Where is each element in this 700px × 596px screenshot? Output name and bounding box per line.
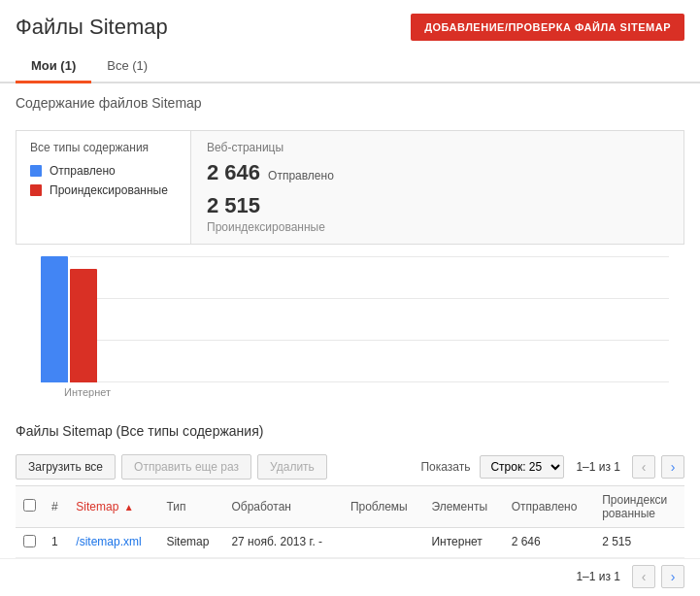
row-num: 1 — [44, 528, 68, 558]
col-sent: Отправлено — [504, 486, 595, 528]
content-section-title: Содержание файлов Sitemap — [16, 95, 684, 111]
next-page-button[interactable]: › — [661, 455, 684, 479]
col-num: # — [44, 486, 68, 528]
sitemap-link[interactable]: /sitemap.xml — [76, 535, 141, 548]
sitemap-files-section: Файлы Sitemap (Все типы содержания) — [0, 412, 700, 454]
resend-button[interactable]: Отправить еще раз — [121, 454, 251, 480]
row-processed: 27 нояб. 2013 г. - — [223, 528, 342, 558]
show-label: Показать — [420, 460, 470, 474]
col-type: Тип — [158, 486, 223, 528]
stat-sent-number: 2 646 — [207, 160, 260, 185]
col-indexed: Проиндексированные — [594, 486, 684, 528]
content-section: Содержание файлов Sitemap — [0, 83, 700, 130]
bar-sent — [41, 256, 68, 382]
x-axis-label: Интернет — [16, 386, 684, 398]
legend-sent: Отправлено — [30, 164, 177, 178]
sitemap-table: # Sitemap ▲ Тип Обработан Проблемы Элеме… — [16, 485, 684, 558]
row-issues — [343, 528, 424, 558]
col-checkbox — [16, 486, 44, 528]
content-left: Все типы содержания Отправлено Проиндекс… — [17, 131, 191, 244]
row-elements: Интернет — [423, 528, 503, 558]
select-all-checkbox[interactable] — [23, 499, 36, 512]
legend-indexed-label: Проиндексированные — [50, 183, 168, 197]
row-sent: 2 646 — [504, 528, 595, 558]
table-head: # Sitemap ▲ Тип Обработан Проблемы Элеме… — [16, 486, 684, 528]
content-stats-area: Все типы содержания Отправлено Проиндекс… — [16, 130, 684, 245]
pagination-info: 1–1 из 1 — [576, 460, 620, 474]
row-sitemap: /sitemap.xml — [68, 528, 158, 558]
row-checkbox[interactable] — [23, 535, 36, 547]
sort-arrow: ▲ — [124, 502, 134, 513]
legend-sent-label: Отправлено — [50, 164, 116, 178]
legend-sent-dot — [30, 165, 42, 177]
legend-indexed: Проиндексированные — [30, 183, 177, 197]
row-type: Sitemap — [158, 528, 223, 558]
stat-sent-label: Отправлено — [268, 169, 334, 182]
col-processed: Обработан — [223, 486, 342, 528]
bottom-pagination-info: 1–1 из 1 — [576, 570, 620, 583]
content-right-category: Веб-страницы — [207, 141, 668, 154]
page-header: Файлы Sitemap ДОБАВЛЕНИЕ/ПРОВЕРКА ФАЙЛА … — [0, 0, 700, 50]
col-elements: Элементы — [423, 486, 503, 528]
toolbar: Загрузить все Отправить еще раз Удалить … — [0, 454, 700, 485]
stat-indexed-label: Проиндексированные — [207, 220, 668, 234]
bottom-pagination: 1–1 из 1 ‹ › — [0, 558, 700, 594]
stat-sent-row: 2 646 Отправлено — [207, 160, 668, 185]
tabs-bar: Мои (1) Все (1) — [0, 50, 700, 83]
page-title: Файлы Sitemap — [16, 15, 168, 40]
table-wrapper: # Sitemap ▲ Тип Обработан Проблемы Элеме… — [0, 485, 700, 558]
bottom-next-button[interactable]: › — [661, 565, 684, 588]
sitemap-files-title: Файлы Sitemap (Все типы содержания) — [16, 423, 684, 439]
row-indexed: 2 515 — [594, 528, 684, 558]
chart-area: 2 800 2 100 1 400 700 Интернет — [16, 256, 684, 412]
col-sitemap[interactable]: Sitemap ▲ — [68, 486, 158, 528]
content-left-title: Все типы содержания — [30, 141, 177, 154]
bar-indexed — [70, 269, 97, 382]
add-sitemap-button[interactable]: ДОБАВЛЕНИЕ/ПРОВЕРКА ФАЙЛА SITEMAP — [411, 14, 684, 41]
table-body: 1 /sitemap.xml Sitemap 27 нояб. 2013 г. … — [16, 528, 684, 558]
prev-page-button[interactable]: ‹ — [632, 455, 655, 479]
stat-indexed-number: 2 515 — [207, 193, 668, 218]
bottom-prev-button[interactable]: ‹ — [632, 565, 655, 588]
legend-indexed-dot — [30, 184, 42, 196]
table-row: 1 /sitemap.xml Sitemap 27 нояб. 2013 г. … — [16, 528, 684, 558]
tab-all[interactable]: Все (1) — [91, 50, 163, 83]
table-header-row: # Sitemap ▲ Тип Обработан Проблемы Элеме… — [16, 486, 684, 528]
delete-button[interactable]: Удалить — [257, 454, 327, 480]
rows-select[interactable]: Строк: 25 Строк: 10 Строк: 50 — [480, 455, 564, 479]
chart-bars — [31, 256, 669, 382]
col-issues: Проблемы — [343, 486, 424, 528]
content-right: Веб-страницы 2 646 Отправлено 2 515 Прои… — [191, 131, 683, 244]
row-checkbox-cell — [16, 528, 44, 558]
bar-group-internet — [41, 256, 97, 382]
tab-mine[interactable]: Мои (1) — [16, 50, 91, 83]
load-all-button[interactable]: Загрузить все — [16, 454, 116, 480]
